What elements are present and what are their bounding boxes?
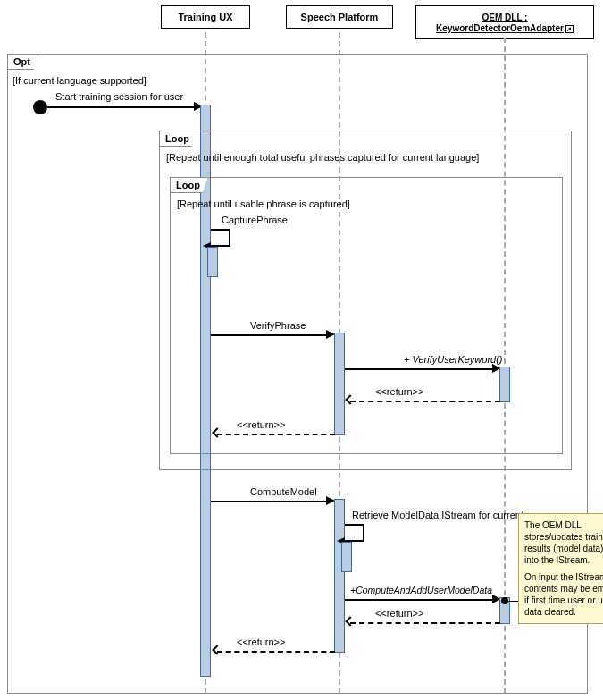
msg-start-training-label: Start training session for user [55,91,183,102]
msg-return4-line [217,651,335,653]
participant-oem-dll-top: OEM DLL : [482,13,528,22]
note-p2: On input the IStream contents may be emp… [524,571,603,618]
msg-verify-user-keyword-line [345,368,497,370]
activation-verify-phrase [334,333,345,435]
note-oem-dll: The OEM DLL stores/updates training resu… [518,513,603,624]
guard-opt: [If current language supported] [13,75,147,86]
msg-compute-model-line [211,501,331,502]
msg-verify-phrase-label: VerifyPhrase [250,320,306,331]
msg-return3-label: <<return>> [375,608,423,619]
note-p1: The OEM DLL stores/updates training resu… [524,519,603,566]
msg-verify-phrase-line [211,334,331,336]
msg-compute-add-line [345,599,497,601]
guard-loop-outer: [Repeat until enough total useful phrase… [166,152,479,163]
frame-loop-inner-tab: Loop [170,177,208,193]
msg-return2-line [217,434,335,435]
msg-capture-phrase-label: CapturePhrase [222,215,288,225]
msg-start-training-line [47,106,198,108]
msg-return1-label: <<return>> [375,386,423,397]
msg-retrieve-model-data-self [345,524,364,542]
external-link-icon: ↗ [565,25,574,33]
activation-retrieve-model-data [341,542,352,572]
msg-compute-add-label: +ComputeAndAddUserModelData [350,585,492,595]
participant-training-ux: Training UX [161,5,250,29]
participant-speech-platform: Speech Platform [286,5,393,29]
activation-verify-user-keyword [499,367,510,402]
msg-return3-line [350,622,500,624]
msg-compute-model-label: ComputeModel [250,486,317,497]
guard-loop-inner: [Repeat until usable phrase is captured] [177,198,350,209]
msg-return1-line [350,401,500,402]
participant-oem-dll-bottom: KeywordDetectorOemAdapter [436,23,564,33]
msg-return2-label: <<return>> [237,419,285,430]
msg-capture-phrase-self [211,229,230,247]
start-node [33,100,47,114]
frame-loop-outer-tab: Loop [159,131,197,147]
activation-compute-model [334,499,345,653]
frame-opt-tab: Opt [7,54,38,70]
activation-capture-phrase [207,247,218,277]
msg-return4-label: <<return>> [237,637,285,647]
participant-oem-dll: OEM DLL : KeywordDetectorOemAdapter↗ [415,5,594,39]
msg-retrieve-model-data-label: Retrieve ModelData IStream for current u… [352,510,545,520]
note-anchor-dot [501,597,508,604]
msg-verify-user-keyword-label: + VerifyUserKeyword() [404,354,503,365]
